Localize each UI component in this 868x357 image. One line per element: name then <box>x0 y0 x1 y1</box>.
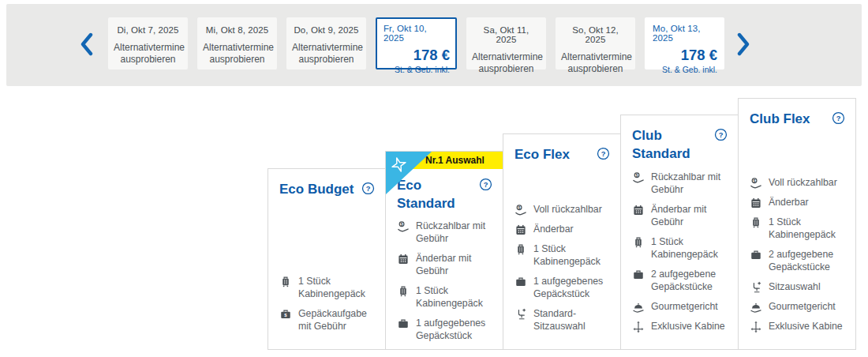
date-card-date: Mi, Okt 8, 2025 <box>203 25 271 35</box>
feature-label: Gourmetgericht <box>651 301 718 314</box>
feature-row: $ Rückzahlbar mit Gebühr <box>632 171 728 197</box>
feature-label: 2 aufgegebene Gepäckstücke <box>769 249 845 274</box>
refund-icon: $ <box>632 171 645 184</box>
date-card-price: 178 € <box>653 47 717 64</box>
feature-row: $ Voll rückzahlbar <box>514 204 610 216</box>
date-card-date: Fr, Okt 10, 2025 <box>383 24 450 43</box>
feature-row: Sitzauswahl <box>750 281 845 294</box>
date-card-action: Alternativtermine ausprobieren <box>203 42 271 66</box>
svg-text:$: $ <box>401 222 403 227</box>
feature-label: Voll rückzahlbar <box>769 177 837 190</box>
feature-label: 1 aufgegebenes Gepäckstück <box>533 276 610 301</box>
date-card-action: Alternativtermine ausprobieren <box>472 51 541 76</box>
date-strip: Di, Okt 7, 2025Alternativtermine ausprob… <box>6 4 862 86</box>
feature-row: 1 aufgegebenes Gepäckstück <box>514 276 610 301</box>
date-card[interactable]: Sa, Okt 11, 2025Alternativtermine auspro… <box>466 17 546 70</box>
svg-text:?: ? <box>836 115 841 122</box>
checked-bag-icon <box>397 318 410 330</box>
cabin-bag-icon <box>632 236 645 249</box>
feature-label: 2 aufgegebene Gepäckstücke <box>651 269 728 294</box>
fare-title: Club Standard <box>632 127 711 163</box>
feature-label: Exklusive Kabine <box>651 321 725 333</box>
feature-label: Voll rückzahlbar <box>533 204 602 216</box>
svg-text:?: ? <box>719 131 724 139</box>
chevron-right-icon <box>737 32 750 58</box>
calendar-icon <box>514 224 527 236</box>
seat-icon <box>750 281 762 294</box>
cabin-icon <box>750 321 762 333</box>
next-dates-button[interactable] <box>729 29 758 61</box>
feature-row: Exklusive Kabine <box>750 321 845 333</box>
date-card-price-note: St. & Geb. inkl. <box>383 65 450 74</box>
help-icon[interactable]: ? <box>597 147 610 160</box>
feature-label: Rückzahlbar mit Gebühr <box>416 220 492 246</box>
date-card[interactable]: So, Okt 12, 2025Alternativtermine auspro… <box>556 17 635 70</box>
feature-row: Änderbar mit Gebühr <box>397 253 492 278</box>
feature-label: Änderbar mit Gebühr <box>416 253 492 278</box>
date-card[interactable]: Fr, Okt 10, 2025178 €St. & Geb. inkl. <box>376 17 457 70</box>
feature-label: 1 aufgegebenes Gepäckstück <box>416 318 492 343</box>
feature-label: 1 Stück Kabinengepäck <box>416 285 492 310</box>
calendar-icon <box>750 197 762 209</box>
refund-icon: $ <box>397 220 410 233</box>
date-card[interactable]: Do, Okt 9, 2025Alternativtermine ausprob… <box>286 17 366 70</box>
feature-label: 1 Stück Kabinengepäck <box>533 243 610 269</box>
feature-row: Gourmetgericht <box>750 301 845 314</box>
cabin-bag-icon <box>397 285 410 298</box>
feature-row: Änderbar <box>514 224 610 236</box>
feature-label: 1 Stück Kabinengepäck <box>651 236 728 261</box>
feature-row: 1 Stück Kabinengepäck <box>514 243 610 269</box>
checked-bag-icon <box>750 249 762 261</box>
feature-row: Exklusive Kabine <box>632 321 728 333</box>
fare-column-eco-flex[interactable]: Eco Flex ? $ Voll rückzahlbar Änderbar 1… <box>503 133 621 350</box>
cabin-icon <box>632 321 645 333</box>
feature-row: 1 Stück Kabinengepäck <box>750 216 845 242</box>
date-card-date: So, Okt 12, 2025 <box>561 25 630 44</box>
svg-text:$: $ <box>518 205 521 210</box>
svg-text:?: ? <box>601 150 606 158</box>
fare-comparison-table: Eco Budget ? 1 Stück Kabinengepäck $Gepä… <box>268 98 856 350</box>
fare-column-club-flex[interactable]: Club Flex ? $ Voll rückzahlbar Änderbar … <box>738 98 856 350</box>
previous-dates-button[interactable] <box>72 29 100 61</box>
fare-column-club-standard[interactable]: Club Standard ? $ Rückzahlbar mit Gebühr… <box>620 115 739 350</box>
fare-column-eco-standard[interactable]: Nr.1 Auswahl Eco Standard ? $ Rückzahlba… <box>385 151 503 350</box>
baggage-fee-icon: $ <box>279 308 292 321</box>
feature-label: Standard-Sitzauswahl <box>533 308 610 333</box>
fare-title: Eco Budget <box>279 181 354 199</box>
feature-row: 2 aufgegebene Gepäckstücke <box>632 269 728 294</box>
date-card[interactable]: Mi, Okt 8, 2025Alternativtermine ausprob… <box>197 17 277 70</box>
date-card[interactable]: Di, Okt 7, 2025Alternativtermine ausprob… <box>108 17 188 70</box>
date-card-action: Alternativtermine ausprobieren <box>292 42 361 66</box>
feature-label: Gourmetgericht <box>769 301 836 314</box>
best-choice-badge-label: Nr.1 Auswahl <box>425 155 485 166</box>
feature-label: Exklusive Kabine <box>769 321 843 333</box>
cabin-bag-icon <box>750 216 762 229</box>
date-card[interactable]: Mo, Okt 13, 2025178 €St. & Geb. inkl. <box>645 17 724 70</box>
help-icon[interactable]: ? <box>479 178 492 191</box>
feature-row: $ Voll rückzahlbar <box>750 177 845 190</box>
feature-label: Gepäckaufgabe mit Gebühr <box>298 308 375 333</box>
feature-label: Änderbar mit Gebühr <box>651 204 728 229</box>
help-icon[interactable]: ? <box>714 128 728 141</box>
svg-text:?: ? <box>366 185 371 193</box>
star-icon <box>391 156 407 173</box>
checked-bag-icon <box>632 269 645 281</box>
refund-icon: $ <box>750 177 762 190</box>
date-card-date: Di, Okt 7, 2025 <box>114 25 182 35</box>
help-icon[interactable]: ? <box>832 111 845 125</box>
feature-label: 1 Stück Kabinengepäck <box>769 216 845 242</box>
feature-row: Standard-Sitzauswahl <box>514 308 610 333</box>
help-icon[interactable]: ? <box>361 182 375 195</box>
feature-row: $Gepäckaufgabe mit Gebühr <box>279 308 375 333</box>
feature-label: Änderbar <box>769 197 809 209</box>
date-card-action: Alternativtermine ausprobieren <box>561 51 630 76</box>
refund-icon: $ <box>514 204 527 216</box>
seat-icon <box>514 308 527 321</box>
feature-row: $ Rückzahlbar mit Gebühr <box>397 220 492 246</box>
cabin-bag-icon <box>279 276 292 288</box>
date-card-price-note: St. & Geb. inkl. <box>653 65 717 74</box>
feature-row: Änderbar <box>750 197 845 209</box>
fare-column-eco-budget[interactable]: Eco Budget ? 1 Stück Kabinengepäck $Gepä… <box>268 168 386 350</box>
feature-row: 1 Stück Kabinengepäck <box>397 285 492 310</box>
feature-row: 1 Stück Kabinengepäck <box>632 236 728 261</box>
